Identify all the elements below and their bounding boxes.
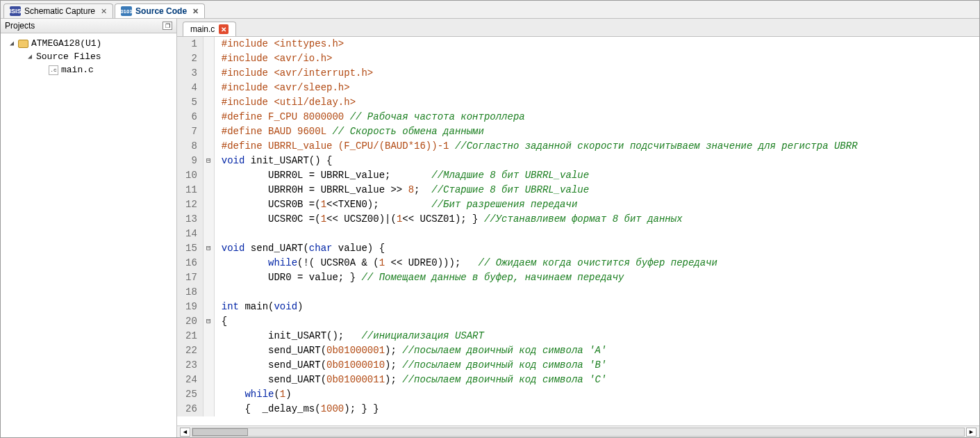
code-line[interactable]: 23 send_UART(0b01000010); //посылаем дво…: [177, 358, 858, 373]
code-line[interactable]: 2#include <avr/io.h>: [177, 51, 858, 66]
code-editor[interactable]: 1#include <inttypes.h>2#include <avr/io.…: [177, 37, 858, 416]
line-number: 21: [177, 329, 203, 343]
code-line[interactable]: 18: [177, 285, 858, 300]
code-content[interactable]: void send_UART(char value) {: [214, 241, 857, 256]
code-content[interactable]: void init_USART() {: [214, 154, 857, 168]
code-line[interactable]: 17 UDR0 = value; } // Помещаем данные в …: [177, 270, 858, 285]
popout-icon[interactable]: ❐: [163, 22, 172, 30]
tree-label: ATMEGA128(U1): [31, 38, 101, 49]
panel-title: Projects: [5, 21, 35, 31]
line-number: 3: [177, 66, 203, 81]
fold-gutter: [203, 139, 214, 154]
code-line[interactable]: 21 init_USART(); //инициализация USART: [177, 329, 858, 343]
fold-gutter: [203, 95, 214, 110]
code-line[interactable]: 16 while(!( UCSR0A & (1 << UDRE0))); // …: [177, 256, 858, 270]
code-content[interactable]: init_USART(); //инициализация USART: [214, 329, 857, 343]
code-line[interactable]: 22 send_UART(0b01000001); //посылаем дво…: [177, 343, 858, 358]
horizontal-scrollbar[interactable]: ◄ ►: [177, 425, 979, 437]
tree-item-source-files[interactable]: ◢ Source Files: [3, 50, 174, 63]
code-line[interactable]: 8#define UBRRL_value (F_CPU/(BAUD*16))-1…: [177, 139, 858, 154]
close-icon[interactable]: ✕: [219, 24, 229, 34]
code-content[interactable]: send_UART(0b01000011); //посылаем двоичн…: [214, 373, 857, 387]
fold-toggle-icon[interactable]: ⊟: [203, 154, 214, 168]
tree-label: main.c: [61, 64, 94, 76]
line-number: 23: [177, 358, 203, 373]
code-line[interactable]: 10 UBRR0L = UBRRL_value; //Младшие 8 бит…: [177, 168, 858, 183]
fold-toggle-icon[interactable]: ⊟: [203, 241, 214, 256]
chevron-down-icon[interactable]: ◢: [8, 38, 15, 49]
code-content[interactable]: while(1): [214, 387, 857, 402]
code-content[interactable]: UDR0 = value; } // Помещаем данные в буф…: [214, 270, 857, 285]
code-line[interactable]: 24 send_UART(0b01000011); //посылаем дво…: [177, 373, 858, 387]
code-line[interactable]: 20⊟{: [177, 314, 858, 329]
code-content[interactable]: #include <avr/interrupt.h>: [214, 66, 857, 81]
code-line[interactable]: 5#include <util/delay.h>: [177, 95, 858, 110]
code-content[interactable]: UBRR0L = UBRRL_value; //Младшие 8 бит UB…: [214, 168, 857, 183]
tree-item-file[interactable]: .c main.c: [3, 63, 174, 76]
scroll-left-icon[interactable]: ◄: [180, 428, 190, 437]
code-content[interactable]: [214, 227, 857, 241]
fold-gutter: [203, 329, 214, 343]
line-number: 24: [177, 373, 203, 387]
code-content[interactable]: while(!( UCSR0A & (1 << UDRE0))); // Ожи…: [214, 256, 857, 270]
fold-gutter: [203, 343, 214, 358]
close-icon[interactable]: ✕: [192, 7, 199, 16]
code-content[interactable]: send_UART(0b01000010); //посылаем двоичн…: [214, 358, 857, 373]
code-line[interactable]: 11 UBRR0H = UBRRL_value >> 8; //Старшие …: [177, 183, 858, 197]
code-content[interactable]: [214, 285, 857, 300]
chevron-down-icon[interactable]: ◢: [26, 51, 33, 63]
scroll-right-icon[interactable]: ►: [966, 428, 977, 437]
code-content[interactable]: #include <avr/sleep.h>: [214, 81, 857, 95]
code-content[interactable]: UBRR0H = UBRRL_value >> 8; //Старшие 8 б…: [214, 183, 857, 197]
code-line[interactable]: 1#include <inttypes.h>: [177, 37, 858, 51]
code-content[interactable]: int main(void): [214, 300, 857, 314]
code-content[interactable]: #include <avr/io.h>: [214, 51, 857, 66]
code-line[interactable]: 15⊟void send_UART(char value) {: [177, 241, 858, 256]
code-editor-area: main.c ✕ 1#include <inttypes.h>2#include…: [177, 19, 979, 437]
code-content[interactable]: #define UBRRL_value (F_CPU/(BAUD*16))-1 …: [214, 139, 857, 154]
tab-label: Source Code: [135, 6, 187, 16]
code-line[interactable]: 12 UCSR0B =(1<<TXEN0); //Бит разрешения …: [177, 197, 858, 212]
code-content[interactable]: #define F_CPU 8000000 // Рабочая частота…: [214, 110, 857, 124]
code-line[interactable]: 3#include <avr/interrupt.h>: [177, 66, 858, 81]
file-tab-main-c[interactable]: main.c ✕: [183, 22, 236, 36]
line-number: 17: [177, 270, 203, 285]
chip-icon: ISIS: [10, 6, 21, 16]
projects-tree: ◢ ATMEGA128(U1) ◢ Source Files .c main.c: [1, 33, 176, 437]
fold-toggle-icon[interactable]: ⊟: [203, 314, 214, 329]
line-number: 7: [177, 124, 203, 139]
fold-gutter: [203, 168, 214, 183]
line-number: 14: [177, 227, 203, 241]
code-line[interactable]: 7#define BAUD 9600L // Скорость обмена д…: [177, 124, 858, 139]
code-line[interactable]: 25 while(1): [177, 387, 858, 402]
line-number: 2: [177, 51, 203, 66]
code-scroll[interactable]: 1#include <inttypes.h>2#include <avr/io.…: [177, 37, 979, 425]
scroll-thumb[interactable]: [192, 428, 248, 436]
line-number: 5: [177, 95, 203, 110]
code-line[interactable]: 4#include <avr/sleep.h>: [177, 81, 858, 95]
scroll-track[interactable]: [192, 428, 965, 437]
code-line[interactable]: 9⊟void init_USART() {: [177, 154, 858, 168]
code-line[interactable]: 13 UCSR0C =(1<< UCSZ00)|(1<< UCSZ01); } …: [177, 212, 858, 227]
tab-schematic-capture[interactable]: ISIS Schematic Capture ✕: [3, 3, 113, 18]
code-content[interactable]: {: [214, 314, 857, 329]
code-content[interactable]: #define BAUD 9600L // Скорость обмена да…: [214, 124, 857, 139]
tree-item-project[interactable]: ◢ ATMEGA128(U1): [3, 37, 174, 50]
code-line[interactable]: 14: [177, 227, 858, 241]
close-icon[interactable]: ✕: [101, 7, 107, 16]
fold-gutter: [203, 300, 214, 314]
fold-gutter: [203, 183, 214, 197]
code-content[interactable]: send_UART(0b01000001); //посылаем двоичн…: [214, 343, 857, 358]
code-content[interactable]: UCSR0C =(1<< UCSZ00)|(1<< UCSZ01); } //У…: [214, 212, 857, 227]
code-line[interactable]: 6#define F_CPU 8000000 // Рабочая частот…: [177, 110, 858, 124]
editor-main-tabs: ISIS Schematic Capture ✕ 0101 Source Cod…: [1, 1, 979, 19]
code-content[interactable]: UCSR0B =(1<<TXEN0); //Бит разрешения пер…: [214, 197, 857, 212]
code-line[interactable]: 26 { _delay_ms(1000); } }: [177, 402, 858, 416]
code-content[interactable]: { _delay_ms(1000); } }: [214, 402, 857, 416]
tab-source-code[interactable]: 0101 Source Code ✕: [115, 3, 205, 18]
fold-gutter: [203, 285, 214, 300]
line-number: 12: [177, 197, 203, 212]
code-content[interactable]: #include <util/delay.h>: [214, 95, 857, 110]
code-content[interactable]: #include <inttypes.h>: [214, 37, 857, 51]
code-line[interactable]: 19int main(void): [177, 300, 858, 314]
